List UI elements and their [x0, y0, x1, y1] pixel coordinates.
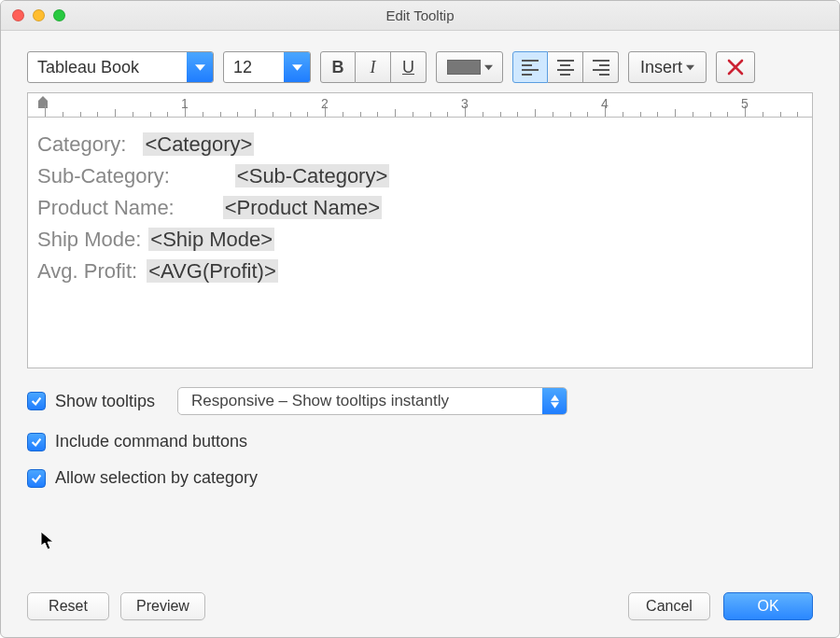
ruler-number: 3 [461, 96, 469, 111]
include-command-row: Include command buttons [27, 432, 813, 451]
font-size: 12 [224, 52, 284, 82]
allow-selection-row: Allow selection by category [27, 468, 813, 488]
show-tooltips-checkbox[interactable] [27, 392, 46, 410]
tooltip-mode-select[interactable]: Responsive – Show tooltips instantly [177, 387, 567, 415]
align-left-icon [522, 60, 539, 76]
color-swatch-icon [447, 60, 481, 75]
align-right-button[interactable] [583, 51, 619, 83]
field-placeholder[interactable]: <AVG(Profit)> [147, 259, 278, 283]
window-title: Edit Tooltip [1, 7, 839, 23]
chevron-down-icon [187, 52, 213, 82]
cancel-button[interactable]: Cancel [628, 592, 710, 620]
preview-button[interactable]: Preview [120, 592, 205, 620]
titlebar: Edit Tooltip [1, 1, 839, 31]
font-name: Tableau Book [28, 52, 187, 82]
text-color-button[interactable] [436, 51, 503, 83]
field-placeholder[interactable]: <Product Name> [223, 196, 382, 219]
field-placeholder[interactable]: <Sub-Category> [235, 164, 389, 187]
ruler: 12345 [27, 92, 813, 117]
field-placeholder[interactable]: <Ship Mode> [148, 228, 274, 251]
font-size-selector[interactable]: 12 [223, 51, 311, 83]
font-selector[interactable]: Tableau Book [27, 51, 214, 83]
check-icon [30, 472, 43, 485]
dialog-window: Edit Tooltip Tableau Book 12 B I U [0, 0, 840, 638]
updown-icon [542, 388, 567, 414]
dialog-content: Tableau Book 12 B I U [1, 31, 839, 503]
footer: Reset Preview Cancel OK [27, 592, 813, 620]
field-label: Ship Mode: [37, 228, 141, 251]
allow-selection-label: Allow selection by category [55, 468, 258, 488]
allow-selection-checkbox[interactable] [27, 469, 46, 488]
align-left-button[interactable] [512, 51, 548, 83]
check-icon [30, 436, 43, 449]
show-tooltips-label: Show tooltips [55, 392, 155, 411]
chevron-down-icon [484, 63, 493, 72]
align-right-icon [593, 60, 609, 76]
tooltip-editor[interactable]: Category:<Category>Sub-Category:<Sub-Cat… [27, 117, 813, 368]
cursor-icon [40, 531, 57, 551]
bold-button[interactable]: B [320, 51, 356, 83]
ruler-number: 4 [601, 96, 609, 111]
ruler-number: 5 [741, 96, 749, 111]
alignment-group [512, 51, 619, 83]
check-icon [30, 395, 43, 408]
tooltip-mode-value: Responsive – Show tooltips instantly [178, 392, 542, 410]
chevron-down-icon [284, 52, 310, 82]
x-icon [726, 58, 745, 76]
align-center-button[interactable] [548, 51, 583, 83]
text-style-group: B I U [320, 51, 427, 83]
field-label: Category: [37, 132, 126, 156]
ok-button[interactable]: OK [723, 592, 813, 620]
clear-formatting-button[interactable] [716, 51, 755, 83]
align-center-icon [557, 60, 574, 76]
ruler-number: 2 [321, 96, 329, 111]
field-label: Sub-Category: [37, 164, 170, 187]
field-label: Avg. Profit: [37, 259, 137, 283]
formatting-toolbar: Tableau Book 12 B I U [27, 51, 813, 83]
include-command-label: Include command buttons [55, 432, 247, 451]
underline-button[interactable]: U [391, 51, 427, 83]
field-placeholder[interactable]: <Category> [143, 132, 254, 156]
reset-button[interactable]: Reset [27, 592, 109, 620]
include-command-checkbox[interactable] [27, 433, 46, 451]
ruler-number: 1 [181, 96, 189, 111]
insert-label: Insert [640, 58, 682, 77]
chevron-down-icon [686, 63, 694, 72]
options-panel: Show tooltips Responsive – Show tooltips… [27, 387, 813, 488]
italic-button[interactable]: I [356, 51, 391, 83]
insert-button[interactable]: Insert [628, 51, 707, 83]
field-label: Product Name: [37, 196, 175, 219]
show-tooltips-row: Show tooltips Responsive – Show tooltips… [27, 387, 813, 415]
